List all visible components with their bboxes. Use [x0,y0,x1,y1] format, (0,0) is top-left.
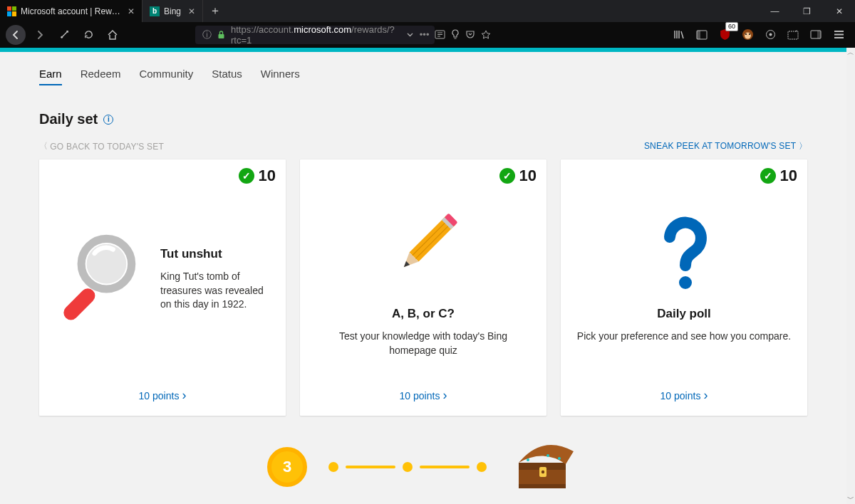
scroll-down-icon[interactable]: ﹀ [846,494,855,504]
nav-earn[interactable]: Earn [39,68,62,85]
section-title-text: Daily set [39,111,98,127]
question-mark-icon [656,216,712,294]
page-scrollbar[interactable]: ︿ ﹀ [846,48,855,504]
svg-point-10 [769,33,772,36]
chevron-right-icon: 〉 [799,141,807,151]
site-info-icon[interactable]: ⓘ [202,28,212,41]
nav-community[interactable]: Community [139,68,193,85]
streak-dots [328,462,487,472]
monkey-extension-icon[interactable] [737,25,758,45]
reload-button[interactable] [78,25,98,45]
streak-dot [477,462,487,472]
daily-card-poll[interactable]: ✓ 10 Daily poll Pick your preference and… [561,159,807,416]
lock-icon [217,30,225,39]
svg-point-15 [87,243,127,283]
points-chip: ✓ 10 [760,167,797,185]
svg-rect-11 [788,31,798,39]
svg-point-6 [745,33,751,39]
sidebar-icon[interactable] [691,25,712,45]
address-bar[interactable]: ⓘ https://account.microsoft.com/rewards/… [195,26,435,44]
window-maximize-button[interactable]: ❐ [791,0,823,22]
pencil-icon [384,201,462,294]
extension-badge-count: 60 [725,22,738,31]
rewards-nav: Earn Redeem Community Status Winners [39,68,807,85]
card-title: A, B, or C? [392,307,455,321]
streak-day-value: 3 [283,458,291,476]
screenshot-icon[interactable] [782,25,804,45]
svg-point-30 [546,454,549,457]
page-content: Earn Redeem Community Status Winners Dai… [0,48,846,504]
svg-rect-13 [817,31,821,38]
go-back-link: 〈 GO BACK TO TODAY'S SET [39,140,164,152]
card-title: Daily poll [657,307,711,321]
extension-icon[interactable] [760,25,781,45]
streak-day-coin: 3 [267,447,307,487]
browser-tab-rewards[interactable]: Microsoft account | Rewards D… ✕ [0,0,142,22]
window-titlebar: Microsoft account | Rewards D… ✕ b Bing … [0,0,855,22]
scroll-up-icon[interactable]: ︿ [846,48,855,58]
streak-dot [328,462,338,472]
pocket-icon[interactable] [465,25,475,45]
chevron-left-icon: 〈 [39,140,48,152]
card-desc: Pick your preference and see how you com… [577,330,791,344]
streak-dot [403,462,413,472]
info-icon[interactable]: i [103,115,113,125]
set-pager: 〈 GO BACK TO TODAY'S SET SNEAK PEEK AT T… [39,140,807,152]
chevron-down-icon[interactable] [406,25,414,45]
microsoft-logo-icon [7,6,16,16]
close-tab-icon[interactable]: ✕ [188,6,195,16]
url-text: https://account.microsoft.com/rewards/?r… [231,24,395,46]
streak-dash [420,466,470,468]
card-points-link[interactable]: 10 points [576,388,792,403]
hamburger-menu-icon[interactable] [828,25,849,45]
svg-rect-1 [219,34,224,38]
svg-point-31 [558,457,561,460]
reader-mode-icon[interactable] [435,25,445,45]
back-button[interactable] [6,25,26,45]
daily-card-tut[interactable]: ✓ 10 Tut unshut King Tut's to [39,159,286,416]
svg-rect-16 [61,285,98,323]
svg-point-28 [542,471,544,473]
toolbar-extensions: 60 [668,25,849,45]
forward-button[interactable] [30,25,50,45]
card-title: Tut unshut [160,247,270,261]
points-value: 10 [780,167,797,185]
customize-icon[interactable] [54,25,74,45]
svg-point-29 [527,458,529,461]
card-desc: Test your knowledge with today's Bing ho… [316,330,531,357]
svg-point-7 [745,33,747,35]
card-points-link[interactable]: 10 points [55,388,270,403]
tip-icon[interactable] [451,25,460,45]
ublock-extension-icon[interactable]: 60 [714,25,735,45]
svg-point-8 [749,33,750,35]
nav-redeem[interactable]: Redeem [81,68,121,85]
library-icon[interactable] [668,25,690,45]
tab-title: Microsoft account | Rewards D… [21,6,120,16]
window-minimize-button[interactable]: — [759,0,791,22]
points-chip: ✓ 10 [499,167,537,185]
nav-status[interactable]: Status [212,68,242,85]
window-close-button[interactable]: ✕ [823,0,855,22]
points-chip: ✓ 10 [239,167,276,185]
points-value: 10 [519,167,537,185]
sneak-peek-link[interactable]: SNEAK PEEK AT TOMORROW'S SET 〉 [644,140,807,152]
check-icon: ✓ [239,168,254,184]
check-icon: ✓ [760,168,776,184]
home-button[interactable] [103,25,123,45]
svg-rect-32 [519,484,566,488]
svg-point-0 [61,36,63,38]
check-icon: ✓ [499,168,515,184]
new-tab-button[interactable]: ＋ [203,0,227,22]
browser-toolbar: ⓘ https://account.microsoft.com/rewards/… [0,22,855,48]
browser-tab-bing[interactable]: b Bing ✕ [142,0,203,22]
page-actions-icon[interactable]: ••• [420,29,430,40]
svg-rect-4 [697,31,700,39]
bookmark-star-icon[interactable] [481,25,491,45]
daily-card-quiz[interactable]: ✓ 10 [300,159,546,416]
treasure-chest-icon [508,439,579,495]
magnifier-icon [55,226,147,333]
close-tab-icon[interactable]: ✕ [128,6,135,16]
card-points-link[interactable]: 10 points [316,388,531,403]
nav-winners[interactable]: Winners [261,68,300,85]
devtools-icon[interactable] [805,25,826,45]
